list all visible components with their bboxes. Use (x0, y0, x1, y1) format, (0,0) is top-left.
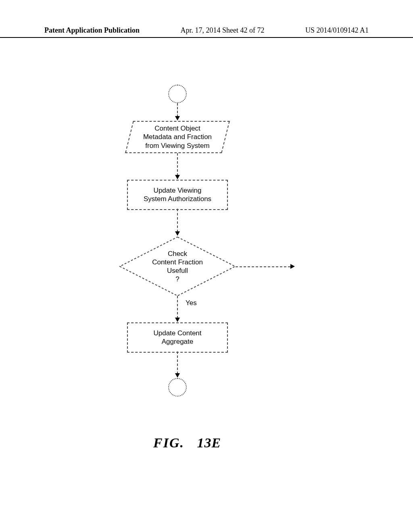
edge-p1-to-decision (177, 209, 178, 232)
start-terminator (168, 85, 187, 103)
flow-process2-line2: Aggregate (162, 338, 193, 345)
flow-input-line3: from Viewing System (145, 142, 209, 150)
page-header: Patent Application Publication Apr. 17, … (0, 26, 413, 38)
arrowhead-icon (175, 318, 180, 322)
flow-decision-usefull: Check Content Fraction Usefull ? (119, 236, 236, 297)
figure-label: FIG. 13E (153, 435, 221, 451)
flow-input: Content Object Metadata and Fraction fro… (129, 121, 226, 153)
header-right: US 2014/0109142 A1 (305, 26, 369, 35)
arrowhead-icon (175, 175, 180, 179)
arrowhead-icon (175, 116, 180, 121)
flow-decision-line4: ? (175, 275, 179, 283)
header-center: Apr. 17, 2014 Sheet 42 of 72 (181, 26, 265, 35)
flow-process-update-auth: Update Viewing System Authorizations (127, 180, 228, 210)
flowchart: Content Object Metadata and Fraction fro… (0, 64, 413, 427)
flow-process1-line2: System Authorizations (144, 195, 211, 203)
end-terminator (168, 378, 187, 397)
flow-process2-line1: Update Content (153, 329, 201, 337)
arrowhead-icon (175, 231, 180, 236)
figure-label-prefix: FIG. (153, 435, 184, 450)
header-left: Patent Application Publication (44, 26, 140, 35)
edge-decision-to-p2 (177, 296, 178, 318)
arrowhead-icon (290, 264, 295, 269)
edge-decision-right (236, 266, 290, 267)
figure-label-number: 13E (197, 435, 221, 450)
flow-decision-line1: Check (168, 250, 187, 258)
flow-process1-line1: Update Viewing (154, 187, 202, 194)
arrowhead-icon (175, 373, 180, 378)
edge-p2-to-end (177, 351, 178, 374)
flow-decision-line2: Content Fraction (152, 258, 203, 266)
flow-input-line1: Content Object (154, 125, 200, 132)
flow-input-line2: Metadata and Fraction (143, 133, 212, 141)
edge-input-to-p1 (177, 153, 178, 176)
flow-decision-line3: Usefull (167, 267, 188, 274)
edge-start-to-input (177, 103, 178, 117)
flow-process-update-aggregate: Update Content Aggregate (127, 322, 228, 353)
flow-decision-yes-label: Yes (186, 299, 197, 307)
